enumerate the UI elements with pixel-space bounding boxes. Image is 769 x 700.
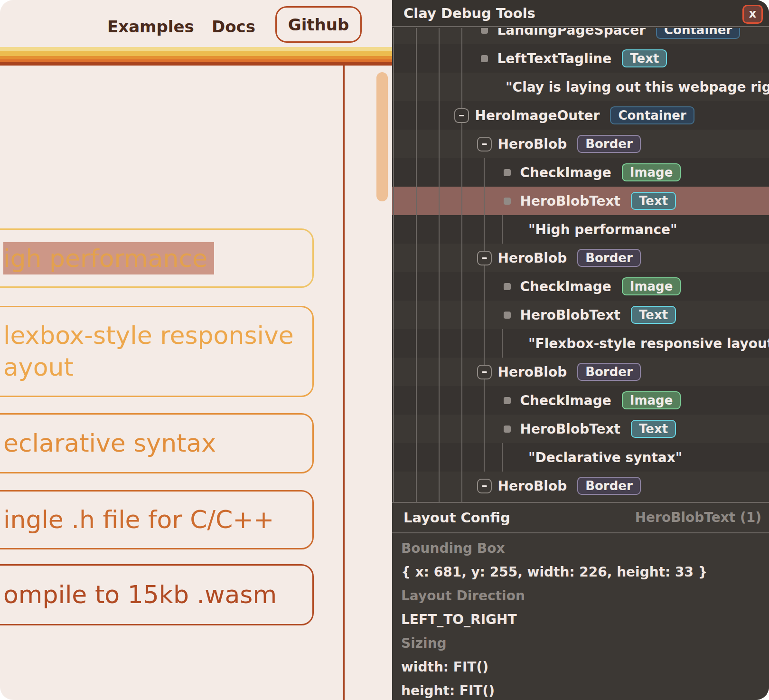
tree-row-quote[interactable]: "Clay is laying out this webpage right n… [392,73,769,101]
element-name: CheckImage [520,165,611,180]
leaf-dot-icon [504,169,511,176]
indent-guide [439,28,440,502]
leaf-dot-icon [504,198,511,205]
debug-panel-header: Clay Debug Tools x [392,0,769,27]
element-type-badge: Border [577,135,641,153]
close-button[interactable]: x [742,5,763,24]
element-type-badge: Border [577,477,641,495]
feature-box-text: lexbox-style responsive [3,320,312,351]
feature-box: lexbox-style responsiveayout [0,306,314,397]
indent-guide [502,443,503,472]
tree-row-HeroBlobText[interactable]: HeroBlobTextText [392,415,769,443]
feature-box-text: ayout [3,351,312,383]
tree-row-HeroBlob[interactable]: HeroBlobBorder [392,130,769,158]
config-field-value: height: FIT() [401,679,769,700]
layout-config-title: Layout Config [403,503,510,532]
config-field-label: Sizing [401,631,769,655]
layout-config-body: Bounding Box{ x: 681, y: 255, width: 226… [392,533,769,700]
nav-item-examples[interactable]: Examples [107,17,194,36]
stripe [0,56,392,59]
element-type-badge: Container [656,28,740,39]
collapse-button[interactable] [454,108,469,123]
feature-box: ingle .h file for C/C++ [0,490,314,549]
tree-row-HeroBlob[interactable]: HeroBlobBorder [392,244,769,272]
stripe [0,51,392,56]
selected-element-label: HeroBlobText (1) [635,503,761,532]
stripe [0,62,392,66]
collapse-button[interactable] [477,365,492,379]
element-name: HeroImageOuter [475,108,600,123]
leaf-dot-icon [504,283,511,290]
tree-row-HeroBlobText[interactable]: HeroBlobTextText [392,187,769,215]
collapse-button[interactable] [477,251,492,265]
element-text-content: "Clay is laying out this webpage right n… [506,79,769,95]
tree-row-HeroBlob[interactable]: HeroBlobBorder [392,472,769,500]
element-text-content: "Declarative syntax" [528,450,682,465]
element-type-badge: Image [622,277,681,295]
leaf-dot-icon [504,312,511,319]
feature-box-text: eclarative syntax [3,427,312,459]
feature-box: igh performance [0,228,314,288]
feature-box: ompile to 15kb .wasm [0,564,314,625]
collapse-button[interactable] [477,137,492,151]
indent-guide [461,28,462,502]
leaf-dot-icon [504,397,511,404]
element-text-content: "Flexbox-style responsive layout" [528,336,769,351]
element-name: CheckImage [520,393,611,408]
indent-guide [416,28,417,502]
config-field-value: { x: 681, y: 255, width: 226, height: 33… [401,560,769,584]
indent-guide [484,158,485,472]
clay-debug-panel: Clay Debug Tools x LandingPageSpacerCont… [392,0,769,700]
tree-row-HeroImageOuter[interactable]: HeroImageOuterContainer [392,101,769,130]
tree-row-quote[interactable]: "High performance" [392,215,769,244]
config-field-label: Bounding Box [401,536,769,560]
config-field-value: width: FIT() [401,655,769,679]
tree-row-CheckImage[interactable]: CheckImageImage [392,386,769,415]
collapse-button[interactable] [477,479,492,493]
element-name: HeroBlob [498,478,567,494]
element-name: HeroBlobText [520,421,621,437]
debug-panel-title: Clay Debug Tools [403,0,535,27]
element-type-badge: Border [577,249,641,267]
leaf-dot-icon [504,426,511,433]
element-type-badge: Border [577,363,641,381]
layout-config-bar: Layout Config HeroBlobText (1) [392,502,769,533]
element-type-badge: Text [622,49,667,67]
stripe [0,47,392,51]
feature-box-text: igh performance [3,242,312,274]
element-type-badge: Text [631,306,676,324]
selection-highlight: igh performance [3,242,214,274]
element-name: LandingPageSpacer [497,28,646,38]
element-name: HeroBlob [498,136,567,152]
indent-guide [393,28,394,502]
tree-row-quote[interactable]: "Declarative syntax" [392,443,769,472]
element-type-badge: Text [631,420,676,438]
decorative-stripe-band [0,47,392,66]
element-name: CheckImage [520,279,611,294]
feature-box: eclarative syntax [0,413,314,473]
element-name: HeroBlob [498,364,567,380]
indent-guide [502,215,503,244]
feature-box-text: ingle .h file for C/C++ [3,504,312,536]
leaf-dot-icon [481,55,488,62]
element-name: HeroBlob [498,250,567,266]
tree-row-LandingPageSpacer[interactable]: LandingPageSpacerContainer [392,28,769,44]
clay-website-screenshot: Examples Docs Github igh performancelexb… [0,0,769,700]
feature-box-text: ompile to 15kb .wasm [3,579,312,611]
tree-row-CheckImage[interactable]: CheckImageImage [392,158,769,187]
tree-row-quote[interactable]: "Flexbox-style responsive layout" [392,329,769,358]
config-field-label: Layout Direction [401,584,769,607]
element-name: HeroBlobText [520,307,621,323]
github-button[interactable]: Github [275,6,362,43]
element-type-badge: Container [610,106,694,124]
element-tree: LandingPageSpacerContainerLeftTextTaglin… [392,28,769,502]
nav-item-docs[interactable]: Docs [212,17,255,36]
tree-row-HeroBlobText[interactable]: HeroBlobTextText [392,301,769,329]
scrollbar-thumb[interactable] [376,72,388,201]
element-type-badge: Image [622,163,681,181]
tree-row-LeftTextTagline[interactable]: LeftTextTaglineText [392,44,769,73]
leaf-dot-icon [481,28,488,34]
tree-row-CheckImage[interactable]: CheckImageImage [392,272,769,301]
tree-row-HeroBlob[interactable]: HeroBlobBorder [392,358,769,386]
element-type-badge: Text [631,192,676,210]
